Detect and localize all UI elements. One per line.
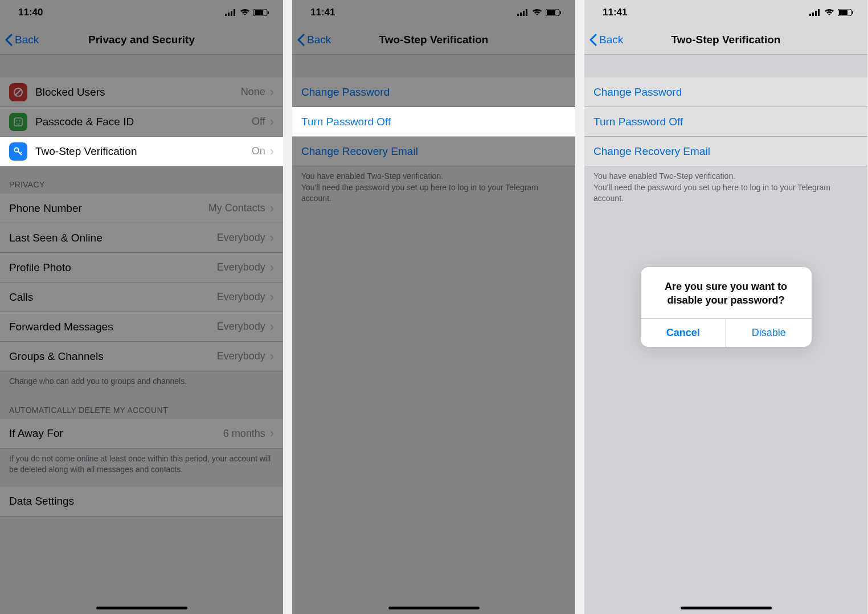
row-label: Blocked Users [35,86,241,99]
row-profile-photo[interactable]: Profile Photo Everybody › [0,253,283,283]
svg-rect-5 [255,10,263,15]
row-label: Change Password [301,86,390,99]
back-label: Back [15,34,39,46]
svg-point-10 [17,120,18,121]
row-if-away-for[interactable]: If Away For 6 months › [0,419,283,449]
disable-button[interactable]: Disable [726,319,812,347]
section-gap [0,55,283,77]
row-data-settings[interactable]: Data Settings [0,487,283,517]
svg-rect-6 [268,11,269,14]
row-two-step-verification[interactable]: Two-Step Verification On › [0,137,283,166]
row-last-seen[interactable]: Last Seen & Online Everybody › [0,223,283,253]
back-label: Back [307,34,331,46]
svg-point-11 [19,120,21,121]
chevron-right-icon: › [270,426,274,441]
chevron-left-icon [297,34,305,46]
row-change-password[interactable]: Change Password [292,77,575,107]
alert-buttons: Cancel Disable [641,318,812,347]
chevron-right-icon: › [270,320,274,334]
row-value: Everybody [217,350,265,362]
chevron-right-icon: › [270,201,274,216]
status-bar: 11:41 [292,0,575,25]
home-indicator[interactable] [96,607,187,609]
battery-icon [546,9,562,16]
status-indicators [225,9,269,16]
row-phone-number[interactable]: Phone Number My Contacts › [0,194,283,223]
svg-rect-9 [14,118,22,126]
row-label: Change Recovery Email [301,145,418,158]
row-label: Data Settings [9,495,274,507]
alert-title: Are you sure you want to disable your pa… [641,267,812,319]
back-button[interactable]: Back [292,34,331,46]
row-value: Everybody [217,291,265,303]
row-label: Calls [9,291,217,304]
row-label: Groups & Channels [9,350,217,363]
disable-password-alert: Are you sure you want to disable your pa… [641,267,812,347]
screen-privacy-security: 11:40 Back Privacy and Security Blocked … [0,0,283,614]
row-value: None [241,86,265,98]
svg-rect-0 [225,14,227,16]
svg-rect-16 [520,13,522,16]
nav-bar: Back Two-Step Verification [292,25,575,55]
svg-rect-3 [234,9,235,16]
row-passcode-faceid[interactable]: Passcode & Face ID Off › [0,107,283,137]
status-bar: 11:40 [0,0,283,25]
row-groups-channels[interactable]: Groups & Channels Everybody › [0,342,283,371]
row-label: Forwarded Messages [9,321,217,333]
svg-rect-1 [228,13,230,16]
svg-line-8 [15,89,21,95]
svg-rect-15 [517,14,519,16]
row-label: Profile Photo [9,261,217,274]
row-value: Off [252,116,265,128]
row-label: If Away For [9,427,223,440]
chevron-right-icon: › [270,144,274,159]
section-gap [292,55,575,77]
nav-title: Two-Step Verification [292,34,575,46]
nav-bar: Back Privacy and Security [0,25,283,55]
blocked-icon [9,83,27,101]
home-indicator[interactable] [388,607,480,609]
svg-point-12 [15,148,19,152]
row-value: Everybody [217,232,265,244]
section-footer-privacy: Change who can add you to groups and cha… [0,371,283,392]
chevron-right-icon: › [270,114,274,129]
chevron-right-icon: › [270,349,274,364]
row-label: Two-Step Verification [35,145,252,158]
signal-icon [517,9,529,16]
chevron-right-icon: › [270,85,274,100]
row-blocked-users[interactable]: Blocked Users None › [0,77,283,107]
back-button[interactable]: Back [0,34,39,46]
svg-line-14 [21,152,22,153]
cancel-button[interactable]: Cancel [641,319,726,347]
chevron-left-icon [5,34,13,46]
svg-rect-18 [526,9,527,16]
chevron-right-icon: › [270,290,274,305]
chevron-right-icon: › [270,231,274,245]
row-label: Phone Number [9,202,208,215]
row-label: Last Seen & Online [9,232,217,244]
row-label: Turn Password Off [301,116,391,128]
row-label: Passcode & Face ID [35,116,252,128]
signal-icon [225,9,236,16]
section-header-delete: Automatically Delete My Account [0,392,283,419]
faceid-icon [9,113,27,131]
wifi-icon [532,9,542,16]
battery-icon [253,9,269,16]
svg-rect-21 [560,11,561,14]
row-forwarded-messages[interactable]: Forwarded Messages Everybody › [0,312,283,342]
row-calls[interactable]: Calls Everybody › [0,283,283,312]
wifi-icon [240,9,250,16]
row-value: Everybody [217,261,265,273]
section-footer-twostep: You have enabled Two-Step verification. … [292,166,575,209]
row-value: Everybody [217,321,265,333]
section-header-privacy: Privacy [0,166,283,194]
alert-overlay: Are you sure you want to disable your pa… [584,0,867,614]
status-indicators [517,9,562,16]
svg-rect-2 [231,11,232,16]
status-time: 11:41 [310,7,335,18]
row-turn-password-off[interactable]: Turn Password Off [292,107,575,137]
status-time: 11:40 [18,7,43,18]
row-change-recovery-email[interactable]: Change Recovery Email [292,137,575,166]
chevron-right-icon: › [270,260,274,275]
row-value: On [252,145,265,157]
